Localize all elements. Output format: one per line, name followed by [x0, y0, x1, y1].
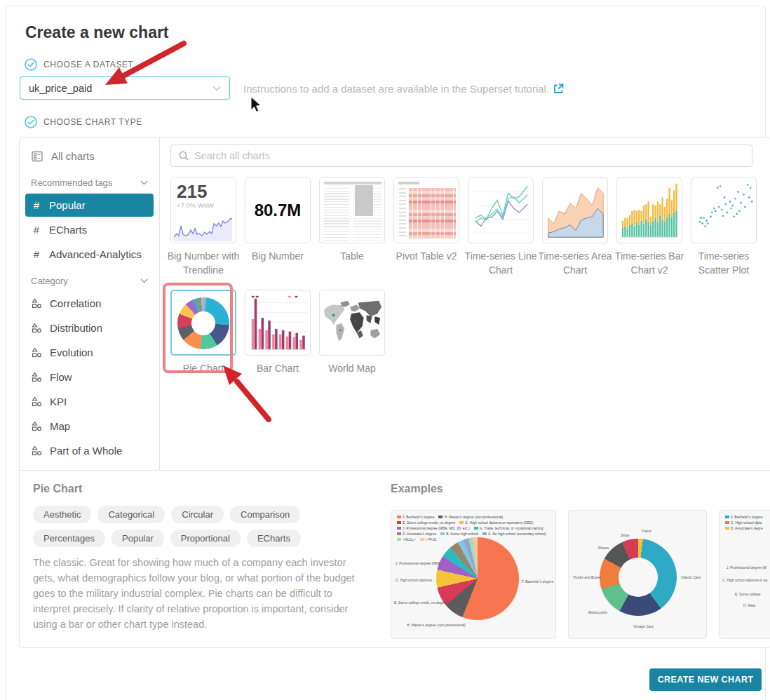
- sidebar-item-label: Evolution: [50, 346, 93, 358]
- chart-card-bar[interactable]: Bar Chart: [245, 290, 311, 375]
- category-icon: [32, 347, 42, 358]
- selected-chart-title: Pie Chart: [33, 483, 82, 495]
- chart-card-label: Time-series Line Chart: [463, 249, 539, 278]
- chart-card-pie[interactable]: Pie Chart: [170, 290, 236, 375]
- examples-title: Examples: [391, 483, 443, 495]
- tag-comparison[interactable]: Comparison: [230, 506, 300, 523]
- example-donut-graphic: [600, 539, 677, 616]
- chart-card-big-number-trendline[interactable]: 215 +7.0% WoW Big Number with Trendline: [170, 177, 236, 278]
- tag-categorical[interactable]: Categorical: [97, 506, 165, 523]
- chart-card-label: Time-series Bar Chart v2: [612, 249, 687, 278]
- sidebar-item-echarts[interactable]: # ECharts: [25, 218, 154, 241]
- chart-card-world-map[interactable]: World Map: [319, 290, 385, 375]
- step-choose-dataset: CHOOSE A DATASET: [25, 58, 134, 71]
- external-link-icon[interactable]: [553, 83, 564, 94]
- sidebar-item-popular[interactable]: # Popular: [25, 194, 154, 217]
- big-number-value: 215: [171, 178, 236, 201]
- table-thumbnail: [319, 177, 385, 243]
- example-legend: F. Bachelor's degree C. High school dipl…: [725, 515, 770, 530]
- sparkline: [174, 212, 233, 241]
- big-number-sub: +7.0% WoW: [171, 201, 236, 209]
- sidebar-item-label: KPI: [50, 396, 67, 408]
- example-pie-graphic: [436, 537, 519, 620]
- area-chart-thumbnail: [542, 177, 608, 243]
- check-circle-icon: [25, 116, 37, 128]
- big-number-trendline-thumbnail: 215 +7.0% WoW: [170, 177, 236, 243]
- sidebar-item-map[interactable]: Map: [25, 415, 154, 438]
- category-icon: [32, 396, 42, 407]
- chart-card-table[interactable]: Table: [319, 177, 385, 263]
- chart-type-sidebar: All charts Recommended tags # Popular # …: [20, 137, 160, 470]
- sidebar-item-label: Map: [50, 420, 70, 432]
- recommended-tags-label: Recommended tags: [31, 177, 112, 188]
- bar-chart-v2-thumbnail: [616, 177, 682, 243]
- chart-card-label: Big Number: [240, 249, 316, 263]
- dataset-select-value: uk_price_paid: [29, 83, 92, 94]
- sidebar-section-recommended-tags[interactable]: Recommended tags: [20, 169, 159, 192]
- sidebar-item-correlation[interactable]: Correlation: [25, 292, 154, 315]
- create-new-chart-button[interactable]: CREATE NEW CHART: [649, 668, 762, 691]
- page-container: Create a new chart CHOOSE A DATASET uk_p…: [6, 6, 766, 700]
- chart-card-label: Big Number with Trendline: [166, 249, 241, 278]
- chevron-down-icon: [212, 86, 221, 91]
- category-icon: [32, 445, 42, 456]
- tag-circular[interactable]: Circular: [171, 506, 224, 523]
- chevron-down-icon: [140, 180, 148, 185]
- chart-card-ts-scatter[interactable]: Time-series Scatter Plot: [691, 177, 757, 278]
- dataset-instructions: Instructions to add a dataset are availa…: [243, 83, 564, 95]
- hash-icon: #: [32, 248, 41, 260]
- donut-graphic: [177, 297, 229, 349]
- sidebar-item-label: Distribution: [50, 322, 102, 334]
- big-number-thumbnail: 80.7M: [245, 177, 311, 243]
- hash-icon: #: [32, 224, 41, 236]
- check-circle-icon: [25, 58, 37, 71]
- sidebar-item-part-of-a-whole[interactable]: Part of a Whole: [25, 439, 154, 462]
- all-charts-label: All charts: [51, 150, 95, 162]
- chart-card-ts-area[interactable]: Time-series Area Chart: [542, 177, 608, 278]
- tag-echarts[interactable]: ECharts: [247, 530, 301, 547]
- chart-details-panel: Pie Chart Aesthetic Categorical Circular…: [20, 470, 770, 647]
- examples-row: F. Bachelor's degree H. Master's degree …: [391, 510, 770, 639]
- chart-description: The classic. Great for showing how much …: [33, 555, 368, 632]
- chart-card-label: World Map: [314, 361, 390, 375]
- sidebar-item-label: Popular: [49, 199, 86, 211]
- tag-aesthetic[interactable]: Aesthetic: [33, 506, 91, 523]
- chart-card-label: Bar Chart: [240, 361, 316, 375]
- sidebar-item-label: ECharts: [49, 224, 87, 236]
- big-number-value: 80.7M: [245, 178, 310, 243]
- tag-percentages[interactable]: Percentages: [33, 530, 105, 547]
- example-pie-image-clipped: F. Bachelor's degree C. High school dipl…: [719, 510, 770, 639]
- chart-card-ts-line[interactable]: Time-series Line Chart: [468, 177, 534, 278]
- dataset-select[interactable]: uk_price_paid: [20, 76, 230, 100]
- pivot-table-thumbnail: [393, 177, 459, 243]
- sidebar-item-all-charts[interactable]: All charts: [20, 143, 159, 169]
- chart-tags: Aesthetic Categorical Circular Compariso…: [33, 506, 370, 547]
- chart-type-gallery: 215 +7.0% WoW Big Number with Trendline …: [160, 137, 770, 470]
- search-input[interactable]: [194, 150, 744, 161]
- sidebar-item-kpi[interactable]: KPI: [25, 390, 154, 413]
- category-icon: [32, 372, 42, 382]
- search-charts-box[interactable]: [170, 144, 752, 167]
- scatter-plot-thumbnail: [691, 177, 757, 243]
- chart-card-label: Table: [314, 249, 390, 263]
- sidebar-item-evolution[interactable]: Evolution: [25, 341, 154, 364]
- sidebar-item-advanced-analytics[interactable]: # Advanced-Analytics: [25, 243, 154, 266]
- example-donut-image: Trains Ships Planes Trucks and Buses Mot…: [568, 510, 707, 639]
- tag-popular[interactable]: Popular: [112, 530, 164, 547]
- chart-card-big-number[interactable]: 80.7M Big Number: [245, 177, 311, 263]
- chart-card-label: Pivot Table v2: [389, 249, 464, 263]
- pie-chart-thumbnail: [170, 290, 236, 356]
- chart-card-label: Pie Chart: [166, 361, 241, 375]
- sidebar-section-category[interactable]: Category: [20, 267, 159, 290]
- page-title: Create a new chart: [25, 23, 169, 42]
- category-icon: [32, 421, 42, 431]
- chart-card-label: Time-series Area Chart: [537, 249, 613, 278]
- sidebar-item-distribution[interactable]: Distribution: [25, 316, 154, 339]
- search-icon: [179, 151, 189, 161]
- chart-card-ts-bar[interactable]: Time-series Bar Chart v2: [616, 177, 682, 278]
- tag-proportional[interactable]: Proportional: [170, 530, 241, 547]
- sidebar-item-flow[interactable]: Flow: [25, 365, 154, 389]
- chart-type-panel: All charts Recommended tags # Popular # …: [19, 137, 770, 648]
- step-choose-chart-type: CHOOSE CHART TYPE: [25, 116, 142, 128]
- chart-card-pivot-table[interactable]: Pivot Table v2: [393, 177, 459, 263]
